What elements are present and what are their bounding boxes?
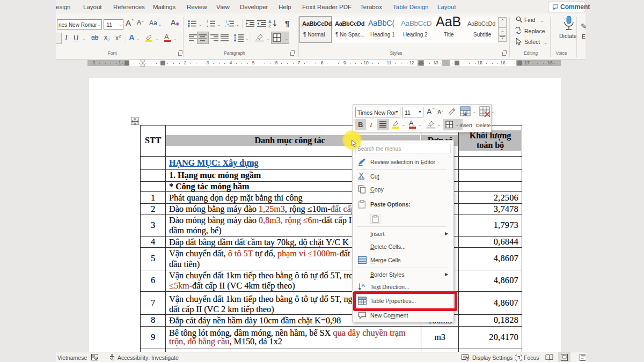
svg-text:A: A — [362, 283, 365, 288]
svg-text:i: i — [225, 25, 226, 27]
svg-text:1: 1 — [207, 20, 208, 23]
svg-text:2: 2 — [207, 24, 208, 27]
svg-text:a: a — [227, 23, 229, 26]
svg-text:b: b — [519, 28, 521, 31]
svg-text:Z: Z — [268, 24, 271, 28]
